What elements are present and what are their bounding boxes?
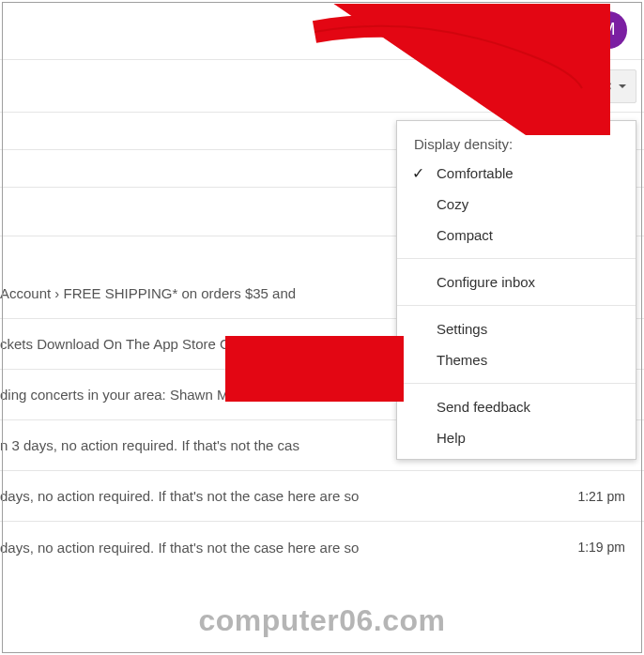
email-row[interactable]: days, no action required. If that's not …	[0, 522, 644, 572]
themes-item[interactable]: Themes	[397, 344, 636, 375]
apps-grid-icon[interactable]	[480, 17, 505, 42]
caret-down-icon	[619, 84, 626, 88]
email-snippet: days, no action required. If that's not …	[0, 540, 564, 556]
avatar-initial: M	[602, 20, 616, 39]
email-snippet: days, no action required. If that's not …	[0, 488, 564, 504]
email-time: 1:21 pm	[564, 489, 625, 504]
settings-dropdown: Display density: Comfortable Cozy Compac…	[396, 120, 636, 460]
dropdown-divider	[397, 305, 636, 306]
actions-toolbar	[0, 60, 644, 113]
density-comfortable[interactable]: Comfortable	[397, 158, 636, 189]
bell-icon	[538, 21, 557, 39]
density-compact[interactable]: Compact	[397, 220, 636, 251]
dropdown-section-title: Display density:	[397, 130, 636, 158]
global-header: M	[0, 0, 644, 60]
notifications-button[interactable]	[529, 12, 565, 48]
account-avatar[interactable]: M	[590, 11, 627, 49]
send-feedback-item[interactable]: Send feedback	[397, 391, 636, 422]
help-item[interactable]: Help	[397, 422, 636, 453]
configure-inbox[interactable]: Configure inbox	[397, 267, 636, 297]
email-row[interactable]: days, no action required. If that's not …	[0, 471, 644, 522]
email-time: 1:19 pm	[564, 540, 625, 555]
dropdown-divider	[397, 383, 636, 384]
gear-icon	[594, 77, 613, 96]
dropdown-divider	[397, 258, 636, 259]
watermark: computer06.com	[198, 603, 445, 638]
settings-gear-button[interactable]	[584, 69, 636, 103]
settings-item[interactable]: Settings	[397, 313, 636, 344]
density-cozy[interactable]: Cozy	[397, 189, 636, 220]
